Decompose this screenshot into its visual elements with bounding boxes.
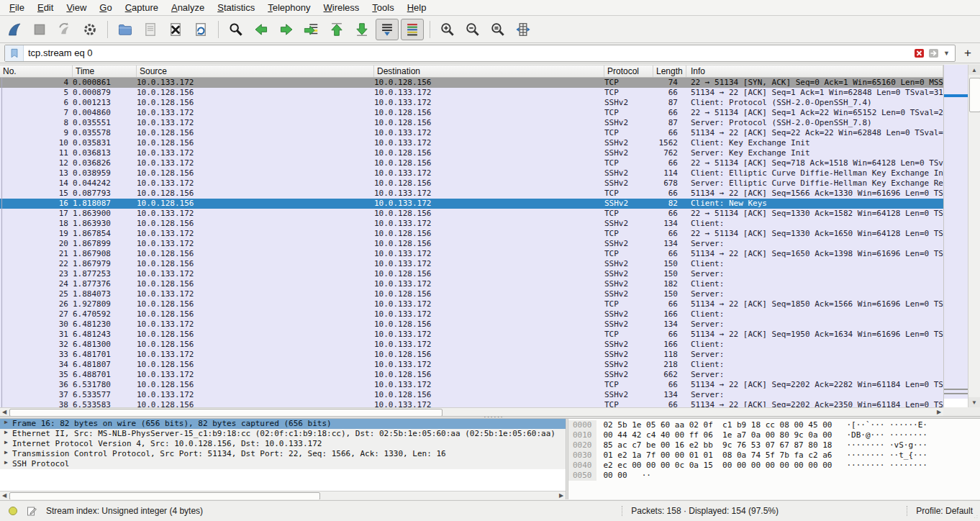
column-header-protocol[interactable]: Protocol: [604, 65, 653, 77]
colorize-button[interactable]: [401, 19, 424, 40]
menu-wireless[interactable]: Wireless: [317, 1, 366, 14]
hex-row[interactable]: 002085 ac c7 be 00 16 e2 bb 9c 76 53 07 …: [568, 440, 980, 450]
packet-list-hscrollbar[interactable]: ◀ ▶: [0, 407, 943, 416]
menu-help[interactable]: Help: [401, 1, 433, 14]
capture-comment-button[interactable]: [26, 505, 37, 519]
packet-row[interactable]: 140.04424210.0.133.17210.0.128.156SSHv26…: [0, 178, 943, 189]
hex-row[interactable]: 003001 e2 1a 7f 00 00 01 01 08 0a 74 5f …: [568, 450, 980, 461]
close-file-button[interactable]: [164, 19, 187, 40]
packet-row[interactable]: 211.86790810.0.128.15610.0.133.172TCP665…: [0, 249, 943, 259]
reload-file-button[interactable]: [189, 19, 212, 40]
detail-line[interactable]: ▶SSH Protocol: [0, 459, 566, 469]
resize-grip[interactable]: .:: [974, 513, 979, 520]
column-header-info[interactable]: Info: [686, 65, 943, 77]
packet-list-minimap[interactable]: [943, 65, 968, 407]
expander-icon[interactable]: ▶: [0, 459, 12, 469]
start-capture-button[interactable]: [3, 19, 26, 40]
last-packet-button[interactable]: [350, 19, 373, 40]
packet-row[interactable]: 336.48170110.0.133.17210.0.128.156SSHv21…: [0, 350, 943, 360]
go-to-packet-button[interactable]: [300, 19, 323, 40]
packet-row[interactable]: 221.86797910.0.128.15610.0.133.172SSHv21…: [0, 259, 943, 269]
menu-edit[interactable]: Edit: [31, 1, 60, 14]
auto-scroll-button[interactable]: [376, 19, 399, 40]
packet-row[interactable]: 386.53358310.0.128.15610.0.133.172TCP665…: [0, 400, 943, 407]
column-header-source[interactable]: Source: [137, 65, 374, 77]
packet-row[interactable]: 316.48124310.0.128.15610.0.133.172TCP665…: [0, 330, 943, 340]
expert-info-button[interactable]: [7, 505, 19, 519]
packet-row[interactable]: 191.86785410.0.133.17210.0.128.156TCP662…: [0, 229, 943, 239]
packet-row[interactable]: 201.86789910.0.133.17210.0.128.156SSHv21…: [0, 239, 943, 249]
hex-row[interactable]: 0040e2 ec 00 00 00 0c 0a 15 00 00 00 00 …: [568, 461, 980, 471]
zoom-in-button[interactable]: [436, 19, 459, 40]
packet-row[interactable]: 130.03895910.0.128.15610.0.133.172SSHv21…: [0, 168, 943, 178]
expander-icon[interactable]: ▶: [0, 449, 12, 459]
expander-icon[interactable]: ▶: [0, 419, 12, 429]
packet-row[interactable]: 326.48130010.0.128.15610.0.133.172SSHv21…: [0, 340, 943, 350]
open-file-button[interactable]: [114, 19, 137, 40]
packet-row[interactable]: 80.03555110.0.133.17210.0.128.156SSHv287…: [0, 118, 943, 128]
detail-line[interactable]: ▶Transmission Control Protocol, Src Port…: [0, 449, 566, 459]
zoom-original-button[interactable]: [486, 19, 509, 40]
status-profile[interactable]: Profile: Default: [907, 506, 973, 516]
packet-row[interactable]: 231.87725310.0.133.17210.0.128.156SSHv21…: [0, 269, 943, 279]
next-packet-button[interactable]: [275, 19, 298, 40]
hscroll-thumb[interactable]: [9, 492, 320, 499]
zoom-out-button[interactable]: [461, 19, 484, 40]
expander-icon[interactable]: ▶: [0, 429, 12, 439]
menu-statistics[interactable]: Statistics: [211, 1, 261, 14]
scroll-down-arrow[interactable]: ▼: [968, 397, 980, 407]
packet-row[interactable]: 70.00486010.0.133.17210.0.128.156TCP6622…: [0, 108, 943, 118]
scroll-right-arrow[interactable]: ▶: [935, 408, 943, 416]
packet-row[interactable]: 100.03583110.0.128.15610.0.133.172SSHv21…: [0, 138, 943, 148]
column-header-destination[interactable]: Destination: [374, 65, 604, 77]
filter-bookmark-button[interactable]: [5, 45, 24, 61]
column-header-length[interactable]: Length: [653, 65, 686, 77]
add-filter-button[interactable]: +: [960, 45, 976, 61]
vscroll-thumb[interactable]: [969, 78, 980, 112]
expander-icon[interactable]: ▶: [0, 439, 12, 449]
packet-row[interactable]: 241.87737610.0.128.15610.0.133.172SSHv21…: [0, 279, 943, 289]
scroll-up-arrow[interactable]: ▲: [968, 65, 980, 75]
packet-row[interactable]: 171.86390010.0.133.17210.0.128.156TCP662…: [0, 209, 943, 219]
restart-capture-button[interactable]: [53, 19, 76, 40]
packet-row[interactable]: 346.48180710.0.128.15610.0.133.172SSHv22…: [0, 360, 943, 370]
save-file-button[interactable]: [139, 19, 162, 40]
packet-row[interactable]: 60.00121310.0.128.15610.0.133.172SSHv287…: [0, 98, 943, 108]
menu-file[interactable]: File: [3, 1, 31, 14]
menu-tools[interactable]: Tools: [366, 1, 400, 14]
packet-row[interactable]: 376.53357710.0.133.17210.0.128.156SSHv21…: [0, 390, 943, 400]
menu-capture[interactable]: Capture: [119, 1, 165, 14]
packet-row[interactable]: 110.03681310.0.133.17210.0.128.156SSHv27…: [0, 148, 943, 158]
hex-row[interactable]: 001000 44 42 c4 40 00 ff 06 1e a7 0a 00 …: [568, 430, 980, 440]
packet-row[interactable]: 306.48123010.0.133.17210.0.128.156SSHv21…: [0, 320, 943, 330]
packet-row[interactable]: 366.53178010.0.128.15610.0.133.172TCP665…: [0, 380, 943, 390]
hex-row[interactable]: 000002 5b 1e 05 60 aa 02 0f c1 b9 18 cc …: [568, 420, 980, 430]
scroll-left-arrow[interactable]: ◀: [0, 491, 9, 499]
scroll-right-arrow[interactable]: ▶: [557, 491, 566, 499]
hex-row[interactable]: 005000 00··: [568, 471, 980, 481]
packet-row[interactable]: 261.92780910.0.128.15610.0.133.172TCP665…: [0, 299, 943, 309]
first-packet-button[interactable]: [325, 19, 348, 40]
packet-row[interactable]: 120.03682610.0.133.17210.0.128.156TCP662…: [0, 158, 943, 168]
menu-telephony[interactable]: Telephony: [261, 1, 317, 14]
column-header-time[interactable]: Time: [73, 65, 137, 77]
resize-columns-button[interactable]: [512, 19, 535, 40]
scroll-left-arrow[interactable]: ◀: [0, 408, 9, 416]
find-packet-button[interactable]: [224, 19, 248, 40]
detail-line[interactable]: ▶Internet Protocol Version 4, Src: 10.0.…: [0, 439, 566, 449]
filter-apply-button[interactable]: [927, 47, 941, 60]
filter-clear-button[interactable]: [912, 47, 927, 60]
packet-row[interactable]: 356.48870110.0.133.17210.0.128.156SSHv26…: [0, 370, 943, 380]
detail-line[interactable]: ▶Frame 16: 82 bytes on wire (656 bits), …: [0, 419, 566, 429]
packet-list-vscrollbar[interactable]: ▲ ▼: [968, 65, 980, 407]
packet-row[interactable]: 161.81808710.0.128.15610.0.133.172SSHv28…: [0, 199, 943, 209]
packet-row[interactable]: 40.00086110.0.133.17210.0.128.156TCP7422…: [0, 78, 943, 88]
menu-view[interactable]: View: [60, 1, 93, 14]
capture-options-button[interactable]: [78, 19, 101, 40]
detail-line[interactable]: ▶Ethernet II, Src: MS-NLB-PhysServer-15_…: [0, 429, 566, 439]
previous-packet-button[interactable]: [250, 19, 273, 40]
column-header-no[interactable]: No.: [0, 65, 73, 77]
details-hscrollbar[interactable]: ◀ ▶: [0, 491, 566, 499]
stop-capture-button[interactable]: [28, 19, 51, 40]
menu-analyze[interactable]: Analyze: [165, 1, 211, 14]
